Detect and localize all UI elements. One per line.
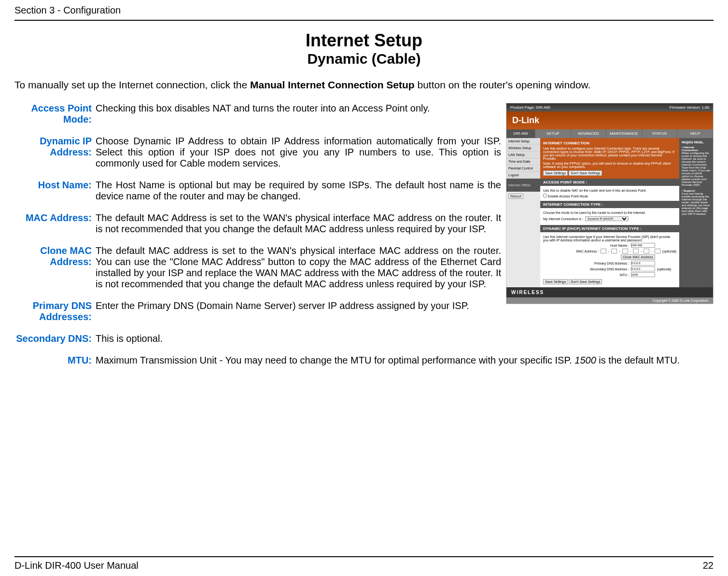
router-right-sidebar: Helpful Hints.. • Internet Connection: W…	[679, 138, 713, 287]
mac-input-2[interactable]	[611, 249, 617, 253]
router-nav: DIR-400 SETUP ADVANCED MAINTENANCE STATU…	[506, 129, 713, 138]
mac-form-label: MAC Address :	[576, 250, 599, 253]
def-primary-dns: Primary DNS Addresses: Enter the Primary…	[14, 300, 501, 323]
mac-input-4[interactable]	[633, 249, 639, 253]
sidebar-lan-setup[interactable]: LAN Setup	[506, 152, 540, 158]
product-page-label: Product Page: DIR-400	[510, 105, 550, 110]
save-settings-button-bottom[interactable]: Save Settings	[543, 279, 568, 284]
primary-dns-form-label: Primary DNS Address :	[594, 262, 629, 265]
mac-optional-label: (optional)	[662, 250, 676, 253]
intro-paragraph: To manually set up the Internet connecti…	[14, 79, 714, 91]
dont-save-button-bottom[interactable]: Don't Save Settings	[569, 279, 602, 284]
label-mac-address: MAC Address:	[14, 212, 96, 235]
dont-save-button-top[interactable]: Don't Save Settings	[569, 170, 602, 176]
ap-mode-title: ACCESS POINT MODE :	[540, 179, 679, 186]
intro-bold: Manual Internet Connection Setup	[250, 79, 415, 90]
conn-type-label: My Internet Connection is :	[543, 217, 583, 221]
sidebar-internet-setup[interactable]: Internet Setup	[506, 138, 540, 145]
value-access-point: Checking this box disables NAT and turns…	[96, 103, 501, 125]
page-subtitle: Dynamic (Cable)	[14, 51, 714, 67]
hint-1-text: When configuring the router to access th…	[682, 152, 711, 186]
nav-model: DIR-400	[506, 129, 535, 138]
host-name-input[interactable]	[631, 243, 655, 248]
def-dynamic-ip: Dynamic IP Address: Choose Dynamic IP Ad…	[14, 136, 501, 169]
nav-status[interactable]: STATUS	[642, 129, 678, 138]
wireless-bar: WIRELESS	[506, 287, 713, 297]
value-host-name: The Host Name is optional but may be req…	[96, 180, 501, 202]
internet-connection-note: Note: If using the PPPoE option, you wil…	[543, 162, 676, 169]
internet-connection-title: INTERNET CONNECTION	[543, 141, 676, 145]
label-host-name: Host Name:	[14, 180, 96, 202]
router-left-sidebar: Internet Setup Wireless Setup LAN Setup …	[506, 138, 540, 287]
intro-post: button on the router's opening window.	[415, 79, 591, 90]
sidebar-parental-control[interactable]: Parental Control	[506, 165, 540, 172]
brand-logo: D-Link	[512, 115, 539, 125]
def-clone-mac: Clone MAC Address: The default MAC addre…	[14, 245, 501, 290]
reboot-button[interactable]: Reboot	[508, 194, 523, 199]
nav-advanced[interactable]: ADVANCED	[571, 129, 607, 138]
value-primary-dns: Enter the Primary DNS (Domain Name Serve…	[96, 300, 501, 323]
mac-input-3[interactable]	[622, 249, 628, 253]
internet-connection-desc: Use this section to configure your Inter…	[543, 147, 676, 160]
section-header: Section 3 - Configuration	[14, 5, 714, 21]
mac-input-5[interactable]	[644, 249, 649, 253]
secondary-dns-form-label: Secondary DNS Address :	[590, 267, 629, 271]
label-secondary-dns: Secondary DNS:	[14, 333, 96, 344]
hints-title: Helpful Hints..	[682, 140, 711, 144]
hint-1-heading: Internet Connection:	[682, 146, 699, 152]
def-host-name: Host Name: The Host Name is optional but…	[14, 180, 501, 202]
def-mac-address: MAC Address: The default MAC Address is …	[14, 212, 501, 235]
def-access-point: Access Point Mode: Checking this box dis…	[14, 103, 501, 125]
hint-2-text: If you are having trouble accessing the …	[682, 192, 711, 215]
clone-mac-button[interactable]: Clone MAC Address	[621, 254, 655, 260]
mac-input-6[interactable]	[655, 249, 660, 253]
value-mac-address: The default MAC Address is set to the WA…	[96, 212, 501, 235]
conn-type-desc: Choose the mode to be used by the router…	[543, 211, 676, 214]
intro-pre: To manually set up the Internet connecti…	[14, 79, 250, 90]
host-name-form-label: Host Name :	[610, 244, 629, 247]
footer-left: D-Link DIR-400 User Manual	[14, 560, 139, 571]
value-dynamic-ip: Choose Dynamic IP Address to obtain IP A…	[96, 136, 501, 169]
definitions-list: Access Point Mode: Checking this box dis…	[14, 103, 501, 333]
sidebar-time-date[interactable]: Time and Date	[506, 158, 540, 165]
dhcp-desc: Use this Internet connection type if you…	[543, 235, 676, 242]
router-center-panel: INTERNET CONNECTION Use this section to …	[540, 138, 679, 287]
mtu-input[interactable]	[631, 272, 655, 277]
secondary-dns-input[interactable]	[631, 267, 655, 271]
page-footer: D-Link DIR-400 User Manual 22	[14, 556, 714, 571]
copyright-text: Copyright © 2006 D-Link Corporation.	[506, 297, 713, 304]
primary-dns-input[interactable]	[631, 261, 655, 266]
mtu-form-label: MTU :	[620, 273, 629, 277]
save-settings-button-top[interactable]: Save Settings	[543, 170, 568, 176]
sidebar-logout[interactable]: Logout	[506, 172, 540, 179]
secondary-dns-optional: (optional)	[657, 267, 676, 271]
sidebar-wireless-setup[interactable]: Wireless Setup	[506, 145, 540, 152]
label-mtu: MTU:	[14, 355, 96, 366]
nav-help[interactable]: HELP	[677, 129, 713, 138]
page-title: Internet Setup	[14, 30, 714, 51]
label-dynamic-ip: Dynamic IP Address:	[14, 136, 96, 169]
enable-ap-mode-checkbox[interactable]	[543, 194, 547, 197]
footer-page-number: 22	[703, 560, 714, 571]
conn-type-select[interactable]: Dynamic IP (DHCP)	[585, 216, 629, 221]
firmware-version-label: Firmware Version: 1.00	[670, 105, 709, 110]
def-secondary-dns: Secondary DNS: This is optional.	[14, 333, 714, 344]
mtu-text-pre: Maximum Transmission Unit - You may need…	[96, 355, 574, 365]
enable-ap-mode-label: Enable Access Point Mode	[548, 195, 588, 198]
router-screenshot: Product Page: DIR-400 Firmware Version: …	[506, 103, 714, 333]
mac-input-1[interactable]	[601, 249, 606, 253]
value-mtu: Maximum Transmission Unit - You may need…	[96, 355, 714, 366]
nav-maintenance[interactable]: MAINTENANCE	[606, 129, 642, 138]
ap-mode-desc: Use this to disable NAT on the router an…	[543, 189, 676, 192]
value-secondary-dns: This is optional.	[96, 333, 714, 344]
conn-type-title: INTERNET CONNECTION TYPE :	[540, 201, 679, 208]
nav-setup[interactable]: SETUP	[535, 129, 571, 138]
mtu-text-italic: 1500	[574, 355, 596, 365]
label-clone-mac: Clone MAC Address:	[14, 245, 96, 290]
value-clone-mac: The default MAC address is set to the WA…	[96, 245, 501, 290]
router-top-bar: Product Page: DIR-400 Firmware Version: …	[506, 103, 713, 112]
label-primary-dns: Primary DNS Addresses:	[14, 300, 96, 323]
mtu-text-post: is the default MTU.	[596, 355, 680, 365]
label-access-point: Access Point Mode:	[14, 103, 96, 125]
def-mtu: MTU: Maximum Transmission Unit - You may…	[14, 355, 714, 366]
